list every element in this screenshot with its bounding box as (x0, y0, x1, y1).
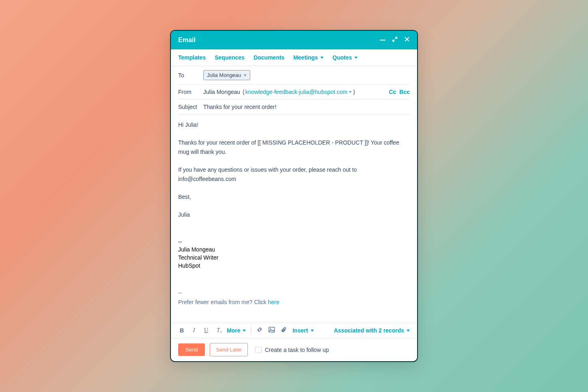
from-row: From Julia Mongeau ( knowledge-feedback-… (178, 85, 410, 100)
chip-remove-icon[interactable]: × (244, 72, 247, 78)
expand-icon[interactable] (392, 36, 398, 44)
italic-button[interactable]: I (190, 327, 198, 334)
cc-bcc-controls: Cc Bcc (389, 89, 410, 95)
chevron-down-icon (407, 330, 410, 332)
link-button[interactable] (256, 326, 263, 334)
recipient-chip-label: Julia Mongeau (207, 72, 241, 78)
chevron-down-icon (354, 57, 358, 59)
insert-button[interactable]: Insert (292, 327, 313, 334)
body-greeting: Hi Julia! (178, 120, 410, 129)
create-task-label: Create a task to follow up (265, 347, 329, 353)
chevron-down-icon (320, 57, 324, 59)
more-formatting-button[interactable]: More (227, 327, 246, 334)
send-button[interactable]: Send (178, 343, 205, 356)
toolbar-documents[interactable]: Documents (254, 54, 284, 61)
body-paragraph: Thanks for your recent order of [[ MISSI… (178, 138, 410, 156)
action-bar: Send Send Later Create a task to follow … (171, 338, 417, 361)
toolbar-meetings[interactable]: Meetings (293, 54, 324, 61)
create-task-checkbox[interactable] (255, 347, 262, 353)
bcc-button[interactable]: Bcc (399, 89, 410, 95)
header-fields: To Julia Mongeau × From Julia Mongeau ( … (171, 66, 417, 115)
image-button[interactable] (268, 326, 275, 334)
titlebar-controls (380, 36, 410, 44)
signature-block: -- Julia Mongeau Technical Writer HubSpo… (178, 238, 410, 270)
signature-separator: -- (178, 238, 410, 246)
to-row: To Julia Mongeau × (178, 66, 410, 85)
from-selector[interactable]: Julia Mongeau ( knowledge-feedback-julia… (203, 89, 384, 95)
svg-point-1 (270, 328, 271, 329)
toolbar: Templates Sequences Documents Meetings Q… (171, 49, 417, 66)
from-label: From (178, 89, 198, 95)
toolbar-sequences[interactable]: Sequences (215, 54, 245, 61)
subject-row: Subject (178, 100, 410, 115)
window-title: Email (178, 36, 196, 44)
chevron-down-icon (349, 91, 352, 93)
signature-company: HubSpot (178, 262, 410, 270)
divider (251, 327, 251, 334)
associated-records-button[interactable]: Associated with 2 records (334, 327, 410, 334)
toolbar-quotes[interactable]: Quotes (332, 54, 358, 61)
signature-title: Technical Writer (178, 254, 410, 262)
format-toolbar: B I U Tx More Insert Associated with 2 r… (171, 323, 417, 338)
bold-button[interactable]: B (178, 327, 185, 334)
toolbar-templates[interactable]: Templates (178, 54, 206, 61)
titlebar: Email (171, 31, 417, 49)
email-body[interactable]: Hi Julia! Thanks for your recent order o… (171, 115, 417, 323)
subject-label: Subject (178, 104, 198, 110)
close-icon[interactable] (404, 36, 410, 44)
body-sender-name: Julia (178, 210, 410, 219)
recipient-chip[interactable]: Julia Mongeau × (203, 70, 250, 80)
unsubscribe-block: -- Prefer fewer emails from me? Click he… (178, 288, 410, 307)
email-compose-window: Email Templates Sequences Documents Meet… (170, 30, 418, 362)
cc-button[interactable]: Cc (389, 89, 396, 95)
signature-name: Julia Mongeau (178, 246, 410, 254)
subject-input[interactable] (203, 104, 410, 110)
chevron-down-icon (243, 330, 246, 332)
attachment-button[interactable] (280, 326, 288, 334)
body-paragraph: If you have any questions or issues with… (178, 165, 410, 183)
unsubscribe-link[interactable]: here (268, 299, 279, 305)
minimize-icon[interactable] (380, 40, 386, 40)
clear-formatting-button[interactable]: Tx (215, 327, 222, 334)
from-name: Julia Mongeau (203, 89, 240, 95)
send-later-button[interactable]: Send Later (210, 343, 248, 356)
from-email: knowledge-feedback-julia@hubspot.com (245, 89, 347, 95)
unsubscribe-separator: -- (178, 288, 410, 297)
create-task-option: Create a task to follow up (255, 347, 329, 353)
body-closing: Best, (178, 192, 410, 201)
svg-rect-0 (269, 327, 275, 332)
underline-button[interactable]: U (202, 327, 210, 334)
chevron-down-icon (311, 330, 314, 332)
to-label: To (178, 72, 198, 79)
unsubscribe-text: Prefer fewer emails from me? Click (178, 299, 268, 305)
